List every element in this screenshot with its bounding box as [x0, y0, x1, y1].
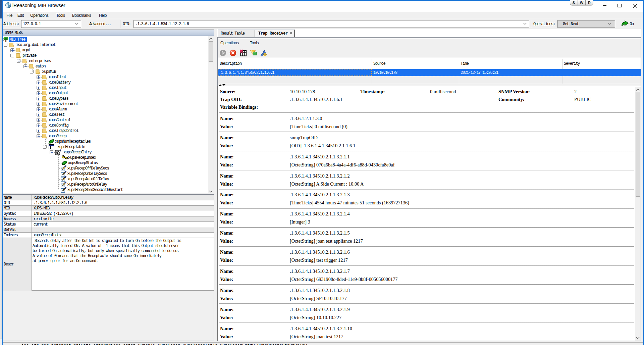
svg-text:W: W — [580, 1, 584, 5]
svg-text:S: S — [573, 1, 575, 5]
svg-text:R: R — [588, 1, 591, 5]
